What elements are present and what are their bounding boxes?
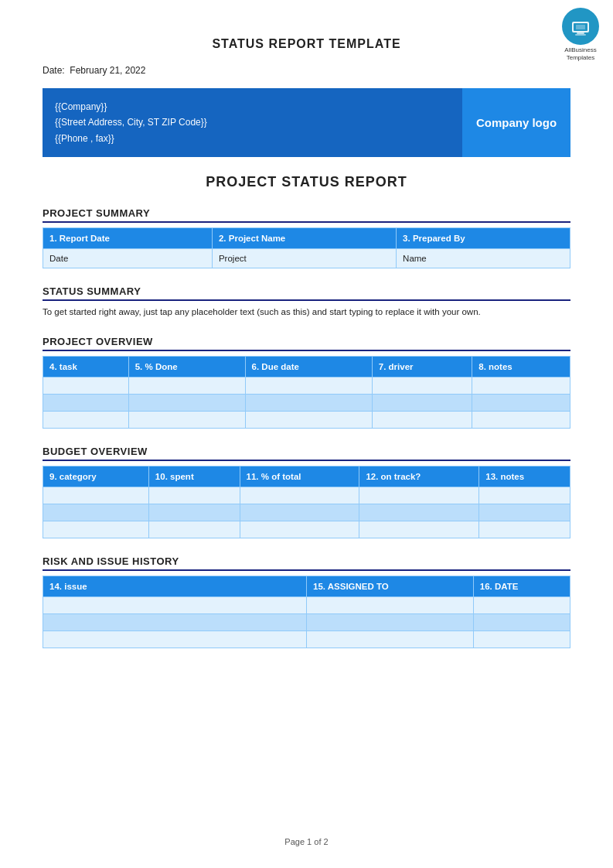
company-header: {{Company}} {{Street Address, City, ST Z…: [43, 88, 570, 157]
project-overview-table: 4. task 5. % Done 6. Due date 7. driver …: [43, 356, 570, 429]
table-row: [43, 395, 570, 412]
company-line2: {{Street Address, City, ST ZIP Code}}: [55, 114, 450, 130]
main-title: STATUS REPORT TEMPLATE: [43, 37, 570, 51]
project-summary-section: PROJECT SUMMARY 1. Report Date 2. Projec…: [43, 207, 570, 268]
project-overview-heading: PROJECT OVERVIEW: [43, 336, 570, 351]
budget-overview-section: BUDGET OVERVIEW 9. category 10. spent 11…: [43, 446, 570, 538]
col-spent: 10. spent: [148, 466, 240, 487]
col-task: 4. task: [43, 357, 129, 378]
status-summary-text: To get started right away, just tap any …: [43, 306, 570, 319]
col-num-2: 2.: [219, 234, 229, 243]
col-notes-budget: 13. notes: [479, 466, 570, 487]
date-line: Date: February 21, 2022: [43, 65, 570, 76]
risk-history-header-row: 14. issue 15. ASSIGNED TO 16. DATE: [43, 576, 570, 597]
budget-overview-heading: BUDGET OVERVIEW: [43, 446, 570, 461]
col-num-3: 3.: [403, 234, 413, 243]
date-value: February 21, 2022: [70, 65, 145, 76]
budget-overview-table: 9. category 10. spent 11. % of total 12.…: [43, 466, 570, 538]
budget-overview-header-row: 9. category 10. spent 11. % of total 12.…: [43, 466, 570, 487]
company-info: {{Company}} {{Street Address, City, ST Z…: [43, 88, 462, 157]
project-overview-header-row: 4. task 5. % Done 6. Due date 7. driver …: [43, 357, 570, 378]
logo-area: AllBusiness Templates: [562, 8, 599, 61]
table-row: [43, 412, 570, 429]
project-summary-heading: PROJECT SUMMARY: [43, 207, 570, 223]
col-category: 9. category: [43, 466, 149, 487]
risk-history-heading: RISK AND ISSUE HISTORY: [43, 555, 570, 571]
col-pct-done: 5. % Done: [128, 357, 245, 378]
company-logo-box: Company logo: [462, 88, 570, 157]
company-line1: {{Company}}: [55, 99, 450, 114]
project-summary-header-row: 1. Report Date 2. Project Name 3. Prepar…: [43, 228, 570, 249]
col-due-date: 6. Due date: [245, 357, 372, 378]
table-row: [43, 504, 570, 521]
col-pct-total: 11. % of total: [240, 466, 359, 487]
col-on-track: 12. on track?: [359, 466, 479, 487]
report-title: PROJECT STATUS REPORT: [43, 174, 570, 190]
col-driver: 7. driver: [372, 357, 472, 378]
project-summary-data-row: Date Project Name: [43, 249, 570, 268]
col-date: 16. DATE: [473, 576, 570, 597]
col-prepared-by: 3. Prepared By: [397, 228, 570, 249]
svg-rect-2: [577, 32, 584, 34]
col-issue: 14. issue: [43, 576, 307, 597]
table-row: [43, 487, 570, 504]
col-project-name: 2. Project Name: [212, 228, 396, 249]
project-summary-table: 1. Report Date 2. Project Name 3. Prepar…: [43, 227, 570, 268]
company-logo-label: Company logo: [476, 114, 557, 131]
cell-project: Project: [212, 249, 396, 268]
col-num-1: 1.: [49, 234, 60, 243]
status-summary-section: STATUS SUMMARY To get started right away…: [43, 285, 570, 319]
svg-rect-4: [576, 25, 585, 29]
company-line3: {{Phone , fax}}: [55, 131, 450, 146]
date-label: Date:: [43, 65, 65, 76]
brand-name: AllBusiness Templates: [564, 46, 596, 61]
col-notes: 8. notes: [472, 357, 570, 378]
svg-rect-3: [575, 34, 586, 36]
brand-logo-circle: [562, 8, 599, 45]
project-overview-section: PROJECT OVERVIEW 4. task 5. % Done 6. Du…: [43, 336, 570, 429]
table-row: [43, 597, 570, 614]
col-assigned-to: 15. ASSIGNED TO: [307, 576, 474, 597]
status-summary-heading: STATUS SUMMARY: [43, 285, 570, 301]
col-report-date: 1. Report Date: [43, 228, 213, 249]
risk-history-table: 14. issue 15. ASSIGNED TO 16. DATE: [43, 576, 570, 648]
table-row: [43, 614, 570, 631]
table-row: [43, 378, 570, 395]
table-row: [43, 631, 570, 648]
page-footer: Page 1 of 2: [0, 837, 613, 846]
cell-name: Name: [397, 249, 570, 268]
cell-date: Date: [43, 249, 213, 268]
table-row: [43, 521, 570, 538]
risk-history-section: RISK AND ISSUE HISTORY 14. issue 15. ASS…: [43, 555, 570, 648]
